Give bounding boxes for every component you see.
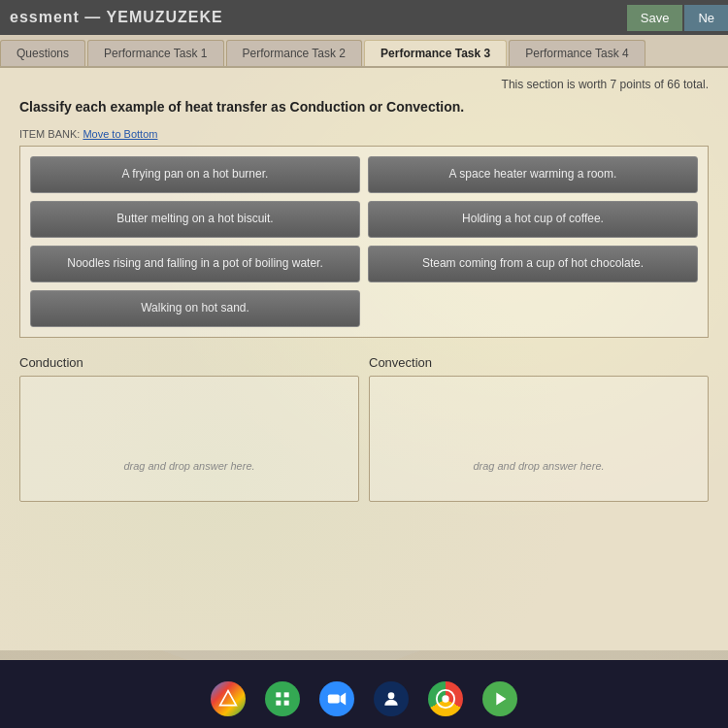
drop-zones-row: Conduction drag and drop answer here. Co… xyxy=(19,355,709,502)
item-7[interactable]: Walking on hot sand. xyxy=(30,290,360,327)
convection-zone-wrapper: Convection drag and drop answer here. xyxy=(369,355,709,502)
conduction-drop-zone[interactable]: drag and drop answer here. xyxy=(19,376,359,502)
taskbar xyxy=(0,670,728,728)
convection-drop-zone[interactable]: drag and drop answer here. xyxy=(369,376,709,502)
convection-placeholder: drag and drop answer here. xyxy=(370,460,708,472)
conduction-label: Conduction xyxy=(19,355,359,370)
item-1[interactable]: A frying pan on a hot burner. xyxy=(30,156,360,193)
svg-marker-0 xyxy=(220,691,237,706)
top-bar: essment — YEMUZUZEKE Save Ne xyxy=(0,0,728,35)
item-4[interactable]: Holding a hot cup of coffee. xyxy=(368,201,698,238)
svg-rect-5 xyxy=(328,694,340,703)
item-2[interactable]: A space heater warming a room. xyxy=(368,156,698,193)
google-drive-icon[interactable] xyxy=(211,681,246,716)
svg-marker-6 xyxy=(341,693,347,706)
app-icon-green[interactable] xyxy=(265,681,300,716)
zoom-icon[interactable] xyxy=(319,681,354,716)
svg-rect-2 xyxy=(284,692,289,697)
title-name: YEMUZUZEKE xyxy=(107,9,223,25)
section-worth: This section is worth 7 points of 66 tot… xyxy=(19,78,709,91)
conduction-zone-wrapper: Conduction drag and drop answer here. xyxy=(19,355,359,502)
item-5[interactable]: Noodles rising and falling in a pot of b… xyxy=(30,246,360,282)
chrome-icon[interactable] xyxy=(428,681,463,716)
tab-task3[interactable]: Performance Task 3 xyxy=(364,40,507,66)
play-icon[interactable] xyxy=(482,681,517,716)
svg-rect-3 xyxy=(276,701,281,706)
instruction-text: Classify each example of heat transfer a… xyxy=(19,99,709,115)
next-button[interactable]: Ne xyxy=(684,5,728,31)
app-title: essment — YEMUZUZEKE xyxy=(10,9,223,26)
tab-task1[interactable]: Performance Task 1 xyxy=(87,40,224,66)
item-bank-container: A frying pan on a hot burner. A space he… xyxy=(19,146,709,338)
conduction-placeholder: drag and drop answer here. xyxy=(20,460,358,472)
move-to-bottom-link[interactable]: Move to Bottom xyxy=(83,128,157,140)
svg-point-7 xyxy=(388,692,395,699)
tab-questions[interactable]: Questions xyxy=(0,40,85,66)
app-icon-blue[interactable] xyxy=(374,681,409,716)
tab-task2[interactable]: Performance Task 2 xyxy=(226,40,363,66)
convection-label: Convection xyxy=(369,355,709,370)
tab-task4[interactable]: Performance Task 4 xyxy=(509,40,645,66)
item-3[interactable]: Butter melting on a hot biscuit. xyxy=(30,201,360,238)
item-bank-label: ITEM BANK: Move to Bottom xyxy=(19,128,709,140)
top-buttons: Save Ne xyxy=(627,5,728,31)
title-prefix: essment — xyxy=(10,9,107,25)
item-6[interactable]: Steam coming from a cup of hot chocolate… xyxy=(368,246,698,282)
tab-bar: Questions Performance Task 1 Performance… xyxy=(0,35,728,68)
svg-point-8 xyxy=(442,695,448,702)
svg-marker-10 xyxy=(496,693,506,706)
save-button[interactable]: Save xyxy=(627,5,683,31)
svg-rect-1 xyxy=(276,692,281,697)
svg-rect-4 xyxy=(284,701,289,706)
screen: essment — YEMUZUZEKE Save Ne Questions P… xyxy=(0,0,728,660)
main-content: This section is worth 7 points of 66 tot… xyxy=(0,68,728,650)
item-grid: A frying pan on a hot burner. A space he… xyxy=(30,156,698,327)
